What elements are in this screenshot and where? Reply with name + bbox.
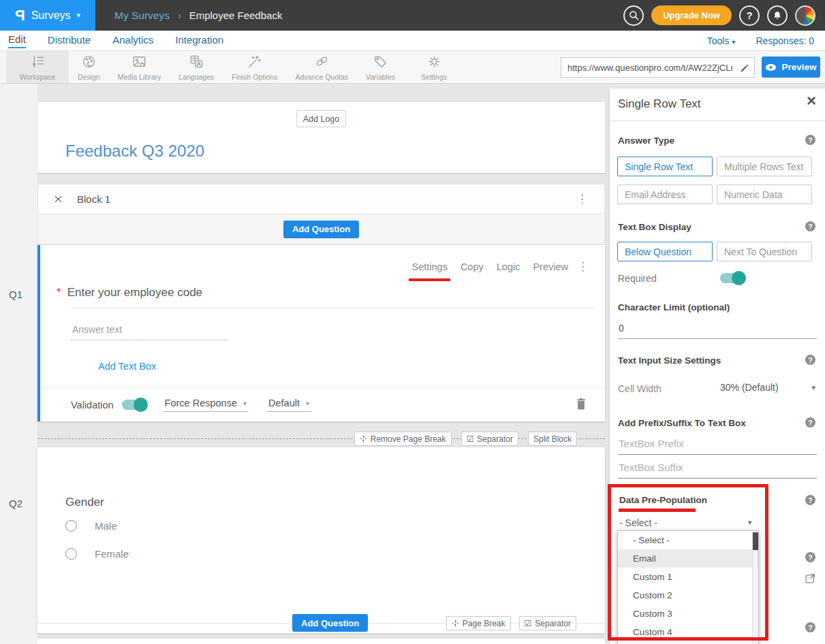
collapse-block-icon[interactable] <box>56 194 61 204</box>
textbox-prefix-input[interactable] <box>618 438 817 455</box>
search-button[interactable] <box>623 5 644 26</box>
product-switcher[interactable]: P Surveys ▾ <box>0 0 95 31</box>
breadcrumb: My Surveys › Employee Feedback <box>114 10 282 22</box>
required-toggle[interactable] <box>720 273 745 283</box>
display-next-to-question[interactable]: Next To Question <box>717 242 812 261</box>
toolbar-languages[interactable]: Languages <box>170 51 223 83</box>
toolbar-design[interactable]: Design <box>69 51 109 83</box>
cell-width-caret-icon[interactable]: ▾ <box>811 383 815 392</box>
add-question-button-bottom[interactable]: Add Question <box>292 614 368 632</box>
answer-type-multiple-rows-text[interactable]: Multiple Rows Text <box>717 157 812 176</box>
survey-title-card: Add Logo Feedback Q3 2020 <box>37 102 605 173</box>
split-block-button[interactable]: Split Block <box>528 432 577 446</box>
separator-button[interactable]: ☑ Separator <box>461 432 518 446</box>
data-prepopulation-help-icon[interactable]: ? <box>805 495 815 505</box>
question-underline <box>71 308 594 308</box>
languages-icon <box>189 54 204 69</box>
required-label: Required <box>618 273 657 284</box>
breadcrumb-separator-icon: › <box>178 10 181 21</box>
toolbar-variables[interactable]: Variables <box>357 51 404 83</box>
toolbar-media-library[interactable]: Media Library <box>109 51 170 83</box>
eye-icon <box>765 63 777 71</box>
block-name[interactable]: Block 1 <box>77 193 110 205</box>
edit-url-button[interactable] <box>735 63 754 73</box>
toolbar-settings[interactable]: Settings <box>412 51 456 83</box>
answer-text-input[interactable] <box>71 323 228 340</box>
remove-page-break-button[interactable]: Remove Page Break <box>354 432 452 446</box>
display-below-question[interactable]: Below Question <box>617 242 713 261</box>
answer-type-email-address[interactable]: Email Address <box>617 184 713 204</box>
delete-question-button[interactable] <box>576 398 587 413</box>
tab-copy[interactable]: Copy <box>461 261 484 272</box>
question-menu-icon[interactable]: ⋮ <box>577 259 589 274</box>
text-box-display-help-icon[interactable]: ? <box>805 221 815 231</box>
tab-integration[interactable]: Integration <box>175 34 223 48</box>
tab-preview[interactable]: Preview <box>533 261 568 272</box>
add-text-box-link[interactable]: Add Text Box <box>98 361 156 372</box>
toolbar-finish-options[interactable]: Finish Options <box>223 51 286 83</box>
q1-gutter-label: Q1 <box>9 289 22 300</box>
block-menu-icon[interactable]: ⋮ <box>576 192 588 206</box>
force-response-dropdown[interactable]: Force Response ▾ <box>163 398 249 412</box>
breadcrumb-current: Employee Feedback <box>189 10 283 21</box>
question-tabs: Settings Copy Logic Preview <box>411 261 568 272</box>
settings-gear-icon <box>426 54 442 69</box>
prefix-suffix-help-icon[interactable]: ? <box>805 417 815 428</box>
design-palette-icon <box>81 54 97 69</box>
tab-settings[interactable]: Settings <box>411 261 447 272</box>
text-box-display-label: Text Box Display <box>618 222 691 232</box>
character-limit-label: Character Limit (optional) <box>618 302 730 312</box>
question-text[interactable]: Gender <box>65 496 104 509</box>
radio-female[interactable] <box>65 548 77 560</box>
breadcrumb-my-surveys[interactable]: My Surveys <box>114 10 170 22</box>
survey-nav: Edit Distribute Analytics Integration To… <box>0 31 825 51</box>
validation-default-dropdown[interactable]: Default ▾ <box>266 398 311 412</box>
tab-edit[interactable]: Edit <box>8 33 26 48</box>
upgrade-now-button[interactable]: Upgrade Now <box>651 5 732 25</box>
separator-button[interactable]: ☑ Separator <box>519 616 576 630</box>
user-avatar[interactable] <box>795 5 815 26</box>
answer-type-label: Answer Type <box>618 135 674 146</box>
question-text[interactable]: Enter your employee code <box>67 286 202 300</box>
character-limit-input[interactable] <box>618 323 817 339</box>
tab-distribute[interactable]: Distribute <box>48 34 91 48</box>
hidden-section-help-icon[interactable]: ? <box>805 552 815 562</box>
chevron-down-icon: ▾ <box>243 400 247 407</box>
external-link-icon[interactable] <box>805 573 816 587</box>
answer-type-help-icon[interactable]: ? <box>805 135 815 145</box>
help-button[interactable]: ? <box>739 5 760 26</box>
answer-type-numeric-data[interactable]: Numeric Data <box>717 184 812 204</box>
cell-width-value[interactable]: 30% (Default) <box>720 382 779 393</box>
notifications-button[interactable] <box>767 5 788 26</box>
panel-divider <box>610 120 825 121</box>
chevron-down-icon: ▾ <box>732 38 735 46</box>
textbox-prefix-field <box>618 438 817 455</box>
tab-logic[interactable]: Logic <box>497 261 520 272</box>
validation-toggle[interactable] <box>122 400 146 410</box>
answer-type-single-row-text[interactable]: Single Row Text <box>617 157 713 176</box>
bell-icon <box>772 10 783 21</box>
tab-analytics[interactable]: Analytics <box>112 34 153 48</box>
close-panel-icon[interactable]: × <box>807 93 816 109</box>
panel-title: Single Row Text <box>618 97 701 111</box>
checkbox-checked-icon: ☑ <box>525 619 532 628</box>
top-bar: P Surveys ▾ My Surveys › Employee Feedba… <box>0 0 825 31</box>
radio-male[interactable] <box>65 520 77 532</box>
hidden-section-help-icon[interactable]: ? <box>805 622 815 632</box>
page-break-button[interactable]: Page Break <box>446 616 511 630</box>
tools-menu[interactable]: Tools ▾ <box>707 35 736 46</box>
add-question-button-top[interactable]: Add Question <box>283 221 359 238</box>
option-label[interactable]: Female <box>95 548 129 560</box>
option-label[interactable]: Male <box>95 520 117 532</box>
text-input-size-help-icon[interactable]: ? <box>805 355 815 365</box>
advance-quotas-chain-icon <box>314 54 330 69</box>
prefix-suffix-label: Add Prefix/Suffix To Text Box <box>618 418 746 428</box>
toolbar-workspace[interactable]: Workspace <box>6 51 69 83</box>
textbox-suffix-input[interactable] <box>618 462 817 479</box>
survey-title[interactable]: Feedback Q3 2020 <box>65 142 204 161</box>
preview-button[interactable]: Preview <box>762 57 820 78</box>
responses-count[interactable]: Responses: 0 <box>756 35 814 46</box>
add-logo-button[interactable]: Add Logo <box>296 110 347 127</box>
survey-url-input[interactable] <box>561 63 735 73</box>
toolbar-advance-quotas[interactable]: Advance Quotas <box>286 51 357 83</box>
